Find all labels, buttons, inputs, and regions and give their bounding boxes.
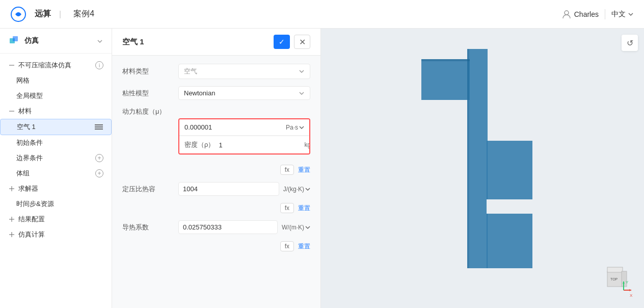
svg-rect-21	[467, 49, 469, 268]
sidebar-item-grid[interactable]: 网格	[0, 73, 112, 88]
reset-link-2[interactable]: 重置	[298, 204, 310, 213]
panel-actions: ✓ ✕	[274, 35, 310, 49]
material-type-row: 材料类型 空气	[122, 64, 310, 79]
material-type-control: 空气	[178, 64, 310, 79]
sidebar-item-initial[interactable]: 初始条件	[0, 135, 112, 150]
sidebar-label-solver: 求解器	[18, 184, 103, 193]
add-icon-boundary[interactable]: +	[95, 154, 103, 162]
viscosity-model-select[interactable]: Newtonian	[178, 86, 310, 100]
refresh-button[interactable]: ↺	[622, 35, 638, 51]
material-type-label: 材料类型	[122, 67, 178, 76]
menu-icon[interactable]	[95, 123, 103, 131]
fx-button-3[interactable]: fx	[280, 241, 294, 251]
sidebar-item-body[interactable]: 体组 +	[0, 166, 112, 181]
chevron-down-icon-6	[305, 225, 310, 230]
properties-panel: 空气 1 ✓ ✕ 材料类型 空气 粘性模型	[112, 29, 321, 308]
sidebar-item-global[interactable]: 全局模型	[0, 88, 112, 104]
confirm-button[interactable]: ✓	[274, 35, 290, 49]
fx-reset-row-3: fx 重置	[122, 241, 310, 251]
reset-link-1[interactable]: 重置	[298, 166, 310, 174]
density-unit[interactable]: kg/m³	[304, 141, 310, 148]
viewport: ↺ TOP	[321, 29, 644, 308]
user-icon	[562, 10, 571, 19]
material-type-value: 空气	[184, 67, 197, 76]
cancel-button[interactable]: ✕	[294, 35, 310, 49]
sidebar-label-timestep: 时间步&资源	[16, 199, 103, 209]
fx-reset-row-1: fx 重置	[122, 165, 310, 175]
svg-point-1	[565, 11, 569, 15]
dynamic-viscosity-row: Pa·s	[179, 119, 309, 136]
sidebar-arrow-icon[interactable]	[96, 37, 103, 44]
sidebar-title: 仿真	[24, 36, 39, 45]
sidebar-item-solver[interactable]: 求解器	[0, 181, 112, 196]
thermal-conductivity-unit[interactable]: W/(m·K)	[282, 224, 310, 231]
highlighted-group: Pa·s 密度（ρ） kg/m³	[178, 118, 310, 155]
sidebar-item-simcalc[interactable]: 仿真计算	[0, 227, 112, 242]
svg-rect-17	[487, 141, 532, 207]
expand-icon-result	[8, 216, 15, 223]
svg-rect-8	[95, 129, 103, 130]
header-right: Charles 中文	[562, 9, 634, 19]
thermal-conductivity-label: 导热系数	[122, 223, 178, 232]
panel-header: 空气 1 ✓ ✕	[112, 29, 320, 56]
chevron-down-icon	[299, 68, 305, 74]
svg-rect-5	[9, 111, 14, 112]
sidebar-item-compress[interactable]: 不可压缩流体仿真 i	[0, 58, 112, 73]
sidebar-label-air1: 空气 1	[17, 122, 92, 132]
3d-model	[406, 49, 559, 294]
viscosity-model-label: 粘性模型	[122, 89, 178, 98]
panel-title: 空气 1	[122, 37, 144, 47]
specific-heat-unit[interactable]: J/(kg·K)	[283, 186, 310, 193]
sidebar-item-material[interactable]: 材料	[0, 104, 112, 119]
highlighted-group-wrapper: Pa·s 密度（ρ） kg/m³	[122, 118, 310, 162]
header-divider	[605, 9, 605, 19]
axes-svg: TOP X Y	[598, 262, 634, 298]
chevron-down-icon-2	[299, 90, 305, 96]
sidebar-label-body: 体组	[16, 169, 92, 178]
viscosity-model-row: 粘性模型 Newtonian	[122, 86, 310, 100]
app-name: 远算	[35, 9, 51, 19]
dynamic-viscosity-input[interactable]	[184, 123, 286, 131]
svg-rect-23	[607, 267, 623, 272]
sidebar-label-compress: 不可压缩流体仿真	[18, 61, 92, 70]
logo-area: 远算 | 案例4	[10, 6, 94, 22]
svg-text:Y: Y	[626, 280, 629, 285]
reset-link-3[interactable]: 重置	[298, 242, 310, 251]
thermal-conductivity-input[interactable]	[178, 220, 278, 234]
dynamic-viscosity-unit[interactable]: Pa·s	[286, 124, 304, 131]
fx-reset-row-2: fx 重置	[122, 203, 310, 213]
specific-heat-control: J/(kg·K)	[178, 182, 310, 196]
density-input[interactable]	[219, 141, 304, 149]
viscosity-model-control: Newtonian	[178, 86, 310, 100]
sidebar-item-timestep[interactable]: 时间步&资源	[0, 196, 112, 212]
svg-rect-6	[95, 124, 103, 125]
expand-icon-solver	[8, 185, 15, 192]
svg-rect-15	[467, 49, 488, 268]
specific-heat-label: 定压比热容	[122, 185, 178, 194]
density-viscosity-label-row: 动力粘度（μ）	[122, 107, 310, 116]
expand-icon-material	[8, 108, 15, 115]
svg-rect-10	[12, 186, 12, 191]
add-icon-body[interactable]: +	[95, 169, 103, 177]
material-type-select[interactable]: 空气	[178, 64, 310, 79]
sidebar-item-result[interactable]: 结果配置	[0, 212, 112, 227]
fx-button-2[interactable]: fx	[280, 203, 294, 213]
language-selector[interactable]: 中文	[611, 10, 634, 19]
specific-heat-input[interactable]	[178, 182, 279, 196]
info-icon-compress[interactable]: i	[95, 61, 103, 69]
viscosity-model-value: Newtonian	[184, 89, 215, 97]
language-label: 中文	[611, 10, 626, 19]
sidebar-item-boundary[interactable]: 边界条件 +	[0, 150, 112, 166]
sidebar-label-boundary: 边界条件	[16, 153, 92, 163]
panel-body: 材料类型 空气 粘性模型 Newtonian	[112, 56, 320, 308]
svg-marker-27	[629, 289, 631, 291]
sidebar-label-global: 全局模型	[16, 91, 103, 100]
thermal-conductivity-row: 导热系数 W/(m·K)	[122, 220, 310, 234]
specific-heat-unit-label: J/(kg·K)	[283, 186, 304, 193]
logo-icon	[10, 6, 26, 22]
sidebar-label-initial: 初始条件	[16, 138, 103, 147]
sidebar-item-air1[interactable]: 空气 1	[0, 119, 112, 135]
user-info: Charles	[562, 10, 599, 19]
fx-button-1[interactable]: fx	[280, 165, 294, 175]
sidebar-label-grid: 网格	[16, 76, 103, 85]
